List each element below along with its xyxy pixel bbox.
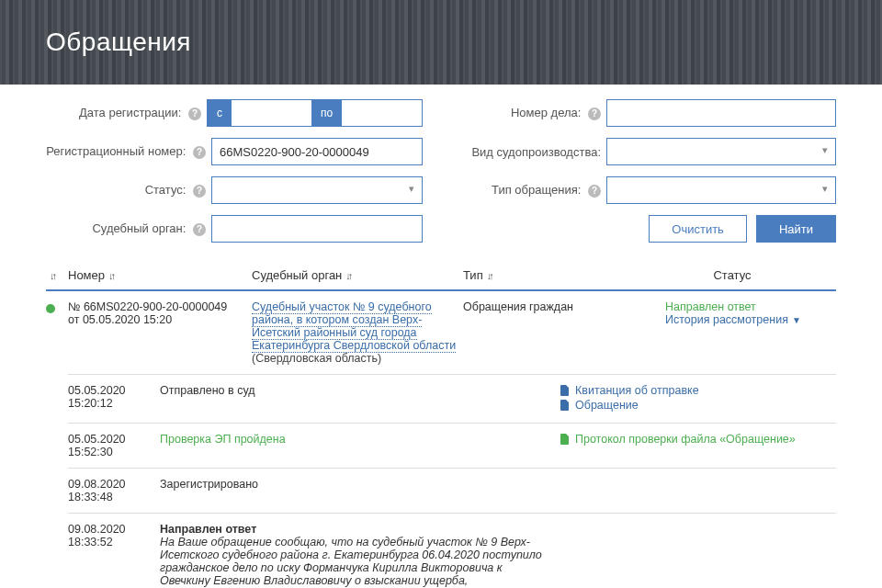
history-date: 05.05.202015:20:12 (68, 384, 153, 413)
row-status: Направлен ответ (665, 300, 836, 313)
history-links: Квитанция об отправкеОбращение (560, 384, 836, 413)
history-panel: 05.05.202015:20:12Отправлено в судКвитан… (68, 374, 836, 588)
label-case-number: Номер дела: ? (441, 106, 606, 120)
status-select[interactable] (211, 176, 423, 204)
label-date-reg: Дата регистрации: ? (46, 106, 207, 120)
help-icon[interactable]: ? (193, 146, 206, 159)
label-court: Судебный орган: ? (46, 221, 211, 236)
header-type[interactable]: Тип (463, 268, 483, 282)
appeal-type-select[interactable] (606, 176, 836, 204)
status-dot-icon (46, 304, 55, 313)
history-date: 05.05.202015:52:30 (68, 433, 153, 458)
history-row: 09.08.202018:33:48Зарегистрировано (68, 468, 836, 513)
history-date: 09.08.202018:33:48 (68, 478, 153, 503)
file-icon (560, 385, 570, 396)
table-row: № 66MS0220-900-20-0000049 от 05.05.2020 … (46, 291, 836, 374)
sort-icon[interactable]: ↓↑ (50, 270, 54, 281)
help-icon[interactable]: ? (193, 223, 206, 236)
history-event: Отправлено в суд (153, 384, 560, 413)
help-icon[interactable]: ? (188, 107, 201, 120)
history-event: Зарегистрировано (153, 478, 560, 503)
date-from-input[interactable] (232, 100, 311, 126)
court-link[interactable]: Судебный участок № 9 судебного района, в… (252, 300, 456, 353)
sort-icon[interactable]: ↓↑ (108, 270, 113, 281)
table-header: ↓↑ Номер↓↑ Судебный орган↓↑ Тип↓↑ Статус (46, 261, 836, 291)
header-status[interactable]: Статус (713, 268, 751, 282)
date-from-tag: с (208, 100, 232, 126)
case-number-input[interactable] (606, 99, 836, 127)
history-row: 05.05.202015:20:12Отправлено в судКвитан… (68, 374, 836, 423)
history-links (560, 478, 836, 503)
chevron-down-icon: ▼ (792, 315, 801, 325)
file-icon (560, 434, 570, 445)
header-court[interactable]: Судебный орган (252, 268, 342, 282)
label-proceeding-type: Вид судопроизводства: (441, 145, 606, 159)
history-event: Направлен ответНа Ваше обращение сообщаю… (153, 523, 560, 588)
filters-panel: Дата регистрации: ? с по Номер дела: ? (0, 85, 882, 261)
label-status: Статус: ? (46, 183, 211, 198)
search-button[interactable]: Найти (756, 215, 836, 243)
history-event: Проверка ЭП пройдена (153, 433, 560, 458)
history-links: Протокол проверки файла «Обращение» (560, 433, 836, 458)
proceeding-type-select[interactable] (606, 138, 836, 165)
file-icon (560, 400, 570, 411)
page-banner: Обращения (0, 0, 882, 85)
reg-number-input[interactable] (211, 138, 423, 165)
history-row: 05.05.202015:52:30Проверка ЭП пройденаПр… (68, 423, 836, 468)
date-range: с по (207, 99, 423, 127)
sort-icon[interactable]: ↓↑ (345, 270, 350, 281)
history-row: 09.08.202018:33:52Направлен ответНа Ваше… (68, 513, 836, 588)
date-to-tag: по (311, 100, 342, 126)
history-links (560, 523, 836, 588)
file-link[interactable]: Квитанция об отправке (560, 384, 836, 397)
results-table: ↓↑ Номер↓↑ Судебный орган↓↑ Тип↓↑ Статус… (0, 261, 882, 588)
history-toggle[interactable]: История рассмотрения▼ (665, 313, 836, 326)
header-number[interactable]: Номер (68, 268, 105, 282)
clear-button[interactable]: Очистить (649, 215, 747, 243)
date-to-input[interactable] (342, 100, 422, 126)
court-input[interactable] (211, 215, 423, 243)
label-reg-number: Регистрационный номер: ? (46, 144, 211, 159)
label-appeal-type: Тип обращения: ? (441, 183, 606, 198)
page-title: Обращения (46, 28, 191, 57)
help-icon[interactable]: ? (193, 185, 206, 198)
help-icon[interactable]: ? (588, 185, 601, 198)
file-link[interactable]: Обращение (560, 399, 836, 412)
file-link[interactable]: Протокол проверки файла «Обращение» (560, 433, 836, 446)
row-type: Обращения граждан (463, 300, 628, 365)
help-icon[interactable]: ? (588, 107, 601, 120)
history-date: 09.08.202018:33:52 (68, 523, 153, 588)
row-number: № 66MS0220-900-20-0000049 от 05.05.2020 … (68, 300, 252, 365)
sort-icon[interactable]: ↓↑ (487, 270, 492, 281)
row-court: Судебный участок № 9 судебного района, в… (252, 300, 463, 365)
